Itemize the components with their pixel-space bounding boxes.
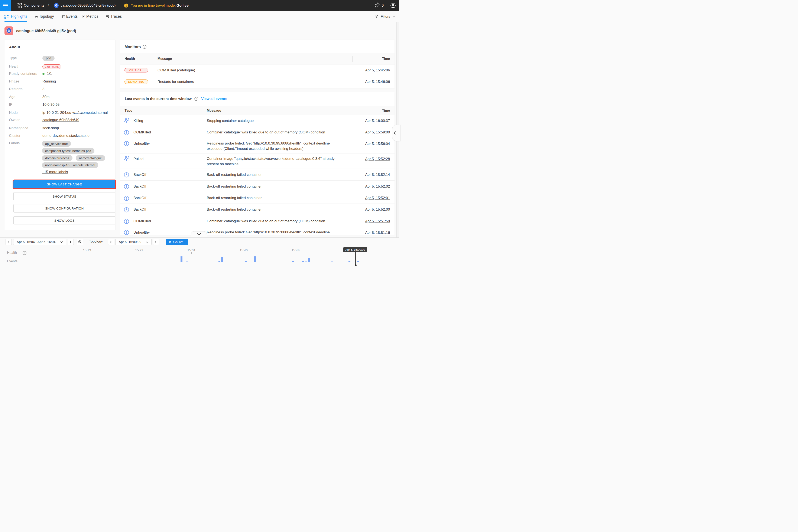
svg-text:?: ? <box>24 252 25 254</box>
svg-text:?: ? <box>144 45 145 48</box>
svg-text:?: ? <box>196 98 197 100</box>
